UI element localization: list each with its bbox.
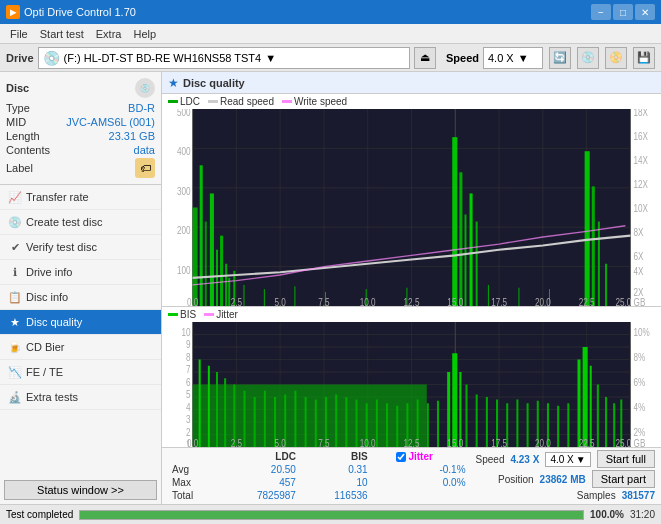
disc2-button[interactable]: 📀 <box>605 47 627 69</box>
drive-label: Drive <box>6 52 34 64</box>
svg-text:5.0: 5.0 <box>274 296 286 306</box>
bis-legend: BIS Jitter <box>162 307 661 322</box>
main-layout: Disc 💿 Type BD-R MID JVC-AMS6L (001) Len… <box>0 72 661 504</box>
svg-rect-20 <box>216 250 218 306</box>
sidebar-item-extra-tests[interactable]: 🔬 Extra tests <box>0 385 161 410</box>
close-button[interactable]: ✕ <box>635 4 655 20</box>
svg-text:300: 300 <box>177 185 191 198</box>
svg-rect-120 <box>486 397 488 447</box>
speed-arrow: ▼ <box>518 52 529 64</box>
menu-extra[interactable]: Extra <box>90 27 128 41</box>
svg-text:9: 9 <box>186 339 191 350</box>
write-legend-color <box>282 100 292 103</box>
refresh-button[interactable]: 🔄 <box>549 47 571 69</box>
disc-icon-btn[interactable]: 💿 <box>135 78 155 98</box>
drive-select[interactable]: 💿 (F:) HL-DT-ST BD-RE WH16NS58 TST4 ▼ <box>38 47 410 69</box>
start-part-button[interactable]: Start part <box>592 470 655 488</box>
content-area: ★ Disc quality LDC Read speed <box>162 72 661 504</box>
speed-select-stat[interactable]: 4.0 X ▼ <box>545 452 590 467</box>
svg-text:20.0: 20.0 <box>535 296 551 306</box>
length-value: 23.31 GB <box>109 130 155 142</box>
jitter-checkbox[interactable] <box>396 452 406 462</box>
sidebar-item-disc-quality[interactable]: ★ Disc quality <box>0 310 161 335</box>
sidebar-item-transfer-rate[interactable]: 📈 Transfer rate <box>0 185 161 210</box>
content-header-icon: ★ <box>168 76 179 90</box>
status-window-button[interactable]: Status window >> <box>4 480 157 500</box>
svg-text:6X: 6X <box>634 249 644 262</box>
svg-rect-118 <box>465 385 467 448</box>
sidebar-item-verify-test-disc[interactable]: ✔ Verify test disc <box>0 235 161 260</box>
svg-text:2.5: 2.5 <box>231 296 243 306</box>
disc-info-label: Disc info <box>26 291 68 303</box>
samples-value: 381577 <box>622 490 655 501</box>
sidebar-item-drive-info[interactable]: ℹ Drive info <box>0 260 161 285</box>
svg-rect-109 <box>386 403 388 447</box>
start-full-button[interactable]: Start full <box>597 450 655 468</box>
svg-text:12.5: 12.5 <box>404 438 420 447</box>
right-stats: Speed 4.23 X 4.0 X ▼ Start full Position… <box>476 450 655 501</box>
svg-text:6: 6 <box>186 377 191 388</box>
sidebar-item-cd-bier[interactable]: 🍺 CD Bier <box>0 335 161 360</box>
svg-rect-42 <box>605 264 607 306</box>
maximize-button[interactable]: □ <box>613 4 633 20</box>
cd-bier-icon: 🍺 <box>8 340 22 354</box>
menu-help[interactable]: Help <box>127 27 162 41</box>
progress-percent: 100.0% <box>590 509 624 520</box>
svg-text:12.5: 12.5 <box>404 296 420 306</box>
svg-rect-100 <box>294 391 296 447</box>
svg-text:2: 2 <box>186 427 191 438</box>
save-button[interactable]: 💾 <box>633 47 655 69</box>
svg-text:7.5: 7.5 <box>318 438 329 447</box>
titlebar: ▶ Opti Drive Control 1.70 − □ ✕ <box>0 0 661 24</box>
ldc-chart-wrapper: 500 400 300 200 100 18X 16X 14X 12X 10X … <box>162 109 661 306</box>
svg-rect-35 <box>476 222 478 306</box>
svg-text:8%: 8% <box>634 352 646 363</box>
svg-text:100: 100 <box>177 263 191 276</box>
svg-rect-25 <box>243 285 244 306</box>
speed-select[interactable]: 4.0 X ▼ <box>483 47 543 69</box>
svg-text:10.0: 10.0 <box>360 296 376 306</box>
charts-container: LDC Read speed Write speed <box>162 94 661 504</box>
svg-rect-18 <box>205 222 207 306</box>
disc-button[interactable]: 💿 <box>577 47 599 69</box>
total-bis: 116536 <box>300 489 372 502</box>
jitter-header-label: Jitter <box>408 451 432 462</box>
app-title: Opti Drive Control 1.70 <box>24 6 136 18</box>
minimize-button[interactable]: − <box>591 4 611 20</box>
sidebar-item-fe-te[interactable]: 📉 FE / TE <box>0 360 161 385</box>
label-icon-btn[interactable]: 🏷 <box>135 158 155 178</box>
svg-rect-31 <box>452 137 457 306</box>
eject-button[interactable]: ⏏ <box>414 47 436 69</box>
svg-rect-101 <box>305 397 307 447</box>
sidebar-item-create-test-disc[interactable]: 💿 Create test disc <box>0 210 161 235</box>
position-value: 23862 MB <box>540 474 586 485</box>
progress-bar-container <box>79 510 584 520</box>
svg-rect-97 <box>264 391 266 447</box>
bis-chart-wrapper-inner: 10 9 8 7 6 5 4 3 2 1 10% 8% 6% <box>162 322 661 447</box>
svg-rect-36 <box>488 285 489 306</box>
svg-rect-17 <box>200 165 203 306</box>
svg-rect-127 <box>557 406 559 447</box>
menu-start-test[interactable]: Start test <box>34 27 90 41</box>
jitter-legend-label: Jitter <box>216 309 238 320</box>
svg-rect-115 <box>447 372 450 447</box>
ldc-chart-section: LDC Read speed Write speed <box>162 94 661 307</box>
disc-quality-label: Disc quality <box>26 316 82 328</box>
svg-rect-21 <box>220 236 223 306</box>
svg-text:6%: 6% <box>634 377 646 388</box>
svg-rect-130 <box>583 347 588 447</box>
progress-bar-fill <box>80 511 583 519</box>
svg-rect-114 <box>437 401 439 447</box>
svg-text:8: 8 <box>186 352 191 363</box>
svg-text:14X: 14X <box>634 154 649 167</box>
svg-text:25.0 GB: 25.0 GB <box>616 438 646 447</box>
mid-label: MID <box>6 116 26 128</box>
svg-rect-128 <box>567 403 569 447</box>
type-value: BD-R <box>128 102 155 114</box>
speed-select-value: 4.0 X <box>550 454 573 465</box>
sidebar-item-disc-info[interactable]: 📋 Disc info <box>0 285 161 310</box>
avg-bis: 0.31 <box>300 463 372 476</box>
samples-label: Samples <box>577 490 616 501</box>
menu-file[interactable]: File <box>4 27 34 41</box>
svg-rect-26 <box>264 289 265 306</box>
